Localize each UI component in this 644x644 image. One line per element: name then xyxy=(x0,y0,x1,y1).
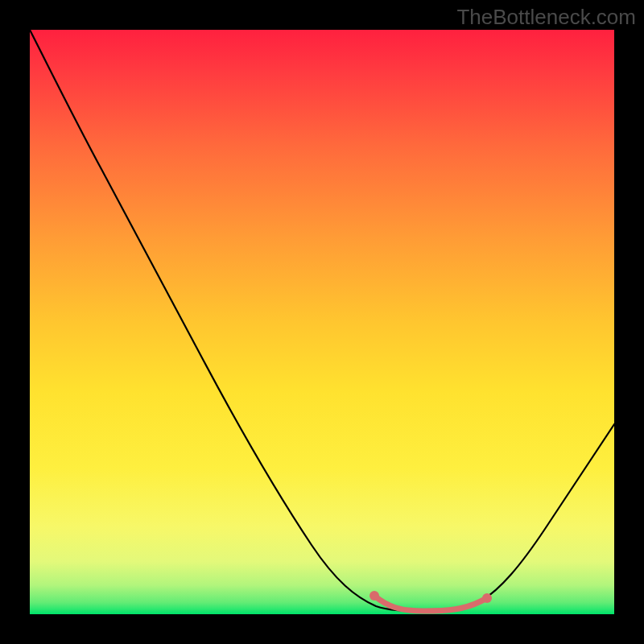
chart-frame: TheBottleneck.com xyxy=(0,0,644,644)
gradient-background xyxy=(30,30,614,614)
plot-area xyxy=(30,30,614,614)
chart-svg xyxy=(30,30,614,614)
optimal-end-dot xyxy=(482,593,492,603)
watermark-text: TheBottleneck.com xyxy=(456,5,636,30)
